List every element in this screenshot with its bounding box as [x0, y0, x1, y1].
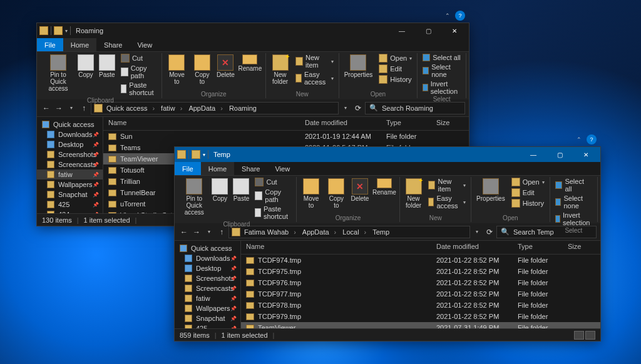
invert-selection-button[interactable]: Invert selection [420, 79, 463, 96]
sidebar-item[interactable]: Snapchat [175, 313, 240, 323]
new-folder-button[interactable]: New folder [403, 177, 424, 215]
sidebar-item[interactable]: fatiw [175, 293, 240, 303]
file-row[interactable]: TeamViewer2021-07-31 1:49 PMFile folder [241, 322, 600, 328]
column-headers[interactable]: Name Date modified Type Size [103, 117, 469, 131]
select-all-button[interactable]: Select all [553, 177, 595, 193]
titlebar[interactable]: ▾ Temp — ▢ ✕ [175, 147, 600, 162]
column-headers[interactable]: Name Date modified Type Size [241, 241, 600, 255]
tab-view[interactable]: View [267, 162, 297, 175]
paste-button[interactable]: Paste [97, 53, 117, 97]
history-button[interactable]: History [376, 74, 414, 84]
properties-button[interactable]: Properties [342, 53, 376, 91]
tab-file[interactable]: File [175, 162, 201, 175]
sidebar-item[interactable]: Downloads [175, 253, 240, 263]
pin-to-quick-access-button[interactable]: Pin to Quick access [42, 53, 74, 97]
copy-to-button[interactable]: Copy to [324, 177, 348, 215]
history-dropdown[interactable]: ▾ [203, 226, 215, 238]
file-row[interactable]: TCDF976.tmp2021-01-22 8:52 PMFile folder [241, 277, 600, 288]
sidebar-item[interactable]: 425 [37, 200, 103, 210]
file-row[interactable]: TCDF974.tmp2021-01-22 8:52 PMFile folder [241, 255, 600, 266]
sidebar-item[interactable]: fatiw [37, 169, 103, 179]
rename-button[interactable]: Rename [237, 53, 263, 91]
cut-button[interactable]: Cut [252, 177, 293, 187]
forward-button[interactable]: → [53, 103, 64, 114]
open-button[interactable]: Open ▾ [509, 177, 547, 187]
search-input[interactable]: 🔍Search Roaming [365, 102, 465, 114]
delete-button[interactable]: Delete [215, 53, 236, 91]
sidebar-item[interactable]: Wallpapers [175, 303, 240, 313]
breadcrumb[interactable]: Quick access fatiw AppData Roaming [91, 102, 339, 114]
sidebar-item[interactable]: Screenshots [175, 273, 240, 283]
copy-to-button[interactable]: Copy to [190, 53, 214, 91]
help-icon[interactable]: ? [587, 134, 597, 144]
file-row[interactable]: Sun2021-01-19 12:44 AMFile folder [103, 131, 469, 142]
paste-shortcut-button[interactable]: Paste shortcut [252, 205, 293, 221]
copy-button[interactable]: Copy [76, 53, 96, 97]
edit-button[interactable]: Edit [509, 188, 547, 198]
new-folder-button[interactable]: New folder [269, 53, 292, 91]
sidebar-item[interactable]: Desktop [37, 139, 103, 149]
sidebar[interactable]: Quick access DownloadsDesktopScreenshots… [37, 117, 103, 213]
addr-dropdown[interactable]: ▾ [340, 103, 351, 114]
minimize-button[interactable]: — [390, 23, 414, 38]
file-row[interactable]: TCDF978.tmp2021-01-22 8:52 PMFile folder [241, 300, 600, 311]
sidebar-item[interactable]: Downloads [37, 129, 103, 139]
sidebar-item[interactable]: Snapchat [37, 190, 103, 200]
close-button[interactable]: ✕ [443, 23, 466, 38]
select-none-button[interactable]: Select none [553, 194, 595, 210]
collapse-ribbon-icon[interactable]: ⌃ [574, 134, 584, 144]
copy-button[interactable]: Copy [210, 177, 230, 221]
copy-path-button[interactable]: Copy path [252, 188, 293, 204]
new-item-button[interactable]: New item ▾ [293, 53, 336, 69]
new-item-button[interactable]: New item ▾ [426, 177, 468, 193]
breadcrumb[interactable]: Fatima Wahab AppData Local Temp [228, 226, 470, 238]
sidebar-quick-access[interactable]: Quick access [37, 119, 103, 129]
edit-button[interactable]: Edit [376, 64, 414, 74]
refresh-button[interactable]: ⟳ [484, 226, 495, 238]
addr-dropdown[interactable]: ▾ [471, 226, 483, 238]
sidebar-item[interactable]: 434 [37, 210, 103, 213]
easy-access-button[interactable]: Easy access ▾ [426, 194, 468, 210]
maximize-button[interactable]: ▢ [416, 23, 440, 38]
history-button[interactable]: History [509, 198, 547, 208]
minimize-button[interactable]: — [521, 147, 545, 162]
history-dropdown[interactable]: ▾ [66, 103, 77, 114]
paste-shortcut-button[interactable]: Paste shortcut [118, 81, 159, 97]
rename-button[interactable]: Rename [372, 177, 397, 215]
tab-home[interactable]: Home [63, 38, 96, 51]
sidebar[interactable]: Quick access DownloadsDesktopScreenshots… [175, 241, 241, 328]
sidebar-item[interactable]: Screencasts [37, 159, 103, 169]
large-icons-icon[interactable] [585, 331, 595, 340]
file-row[interactable]: TCDF977.tmp2021-01-22 8:52 PMFile folder [241, 288, 600, 300]
forward-button[interactable]: → [191, 226, 202, 238]
maximize-button[interactable]: ▢ [548, 147, 572, 162]
file-row[interactable]: TCDF979.tmp2021-01-22 8:52 PMFile folder [241, 311, 600, 322]
select-all-button[interactable]: Select all [420, 53, 463, 62]
sidebar-item[interactable]: Screencasts [175, 283, 240, 293]
file-row[interactable]: TCDF975.tmp2021-01-22 8:52 PMFile folder [241, 266, 600, 277]
tab-share[interactable]: Share [96, 38, 130, 51]
refresh-button[interactable]: ⟳ [352, 103, 364, 114]
collapse-ribbon-icon[interactable]: ⌃ [443, 11, 453, 21]
details-icon[interactable] [574, 331, 584, 340]
back-button[interactable]: ← [178, 226, 190, 238]
explorer-window-temp[interactable]: ▾ Temp — ▢ ✕ File Home Share View ⌃? Pin… [174, 146, 601, 341]
copy-path-button[interactable]: Copy path [118, 64, 159, 80]
move-to-button[interactable]: Move to [165, 53, 189, 91]
easy-access-button[interactable]: Easy access ▾ [293, 70, 336, 86]
titlebar[interactable]: ▾ Roaming — ▢ ✕ [37, 23, 469, 38]
open-button[interactable]: Open ▾ [376, 53, 414, 63]
tab-view[interactable]: View [130, 38, 160, 51]
tab-file[interactable]: File [37, 38, 63, 51]
select-none-button[interactable]: Select none [420, 63, 463, 79]
help-icon[interactable]: ? [455, 11, 465, 21]
file-list[interactable]: Name Date modified Type Size TCDF974.tmp… [241, 241, 600, 328]
tab-share[interactable]: Share [234, 162, 267, 175]
invert-selection-button[interactable]: Invert selection [553, 211, 595, 227]
view-toggle[interactable] [574, 331, 595, 340]
back-button[interactable]: ← [41, 103, 52, 114]
sidebar-item[interactable]: Desktop [175, 263, 240, 273]
close-button[interactable]: ✕ [574, 147, 598, 162]
paste-button[interactable]: Paste [231, 177, 251, 221]
sidebar-item[interactable]: Wallpapers [37, 179, 103, 190]
